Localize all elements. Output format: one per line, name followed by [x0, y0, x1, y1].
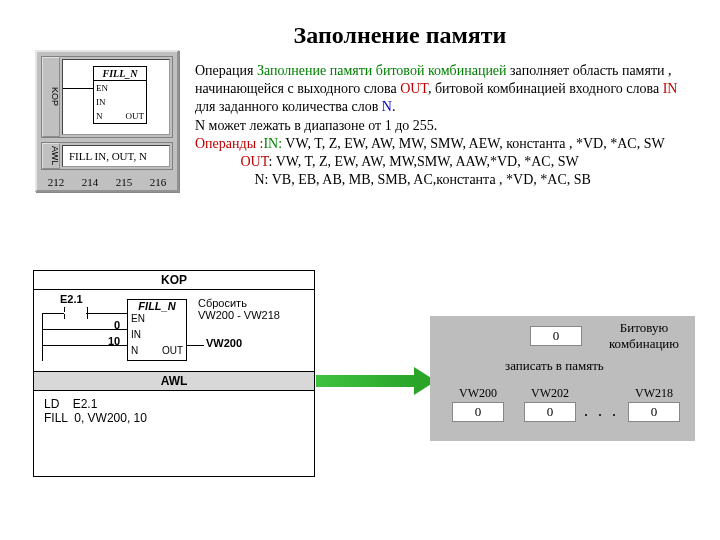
text-blue: N — [382, 99, 392, 114]
ruler-tick: 216 — [150, 176, 167, 188]
reset-label: Сбросить — [198, 297, 247, 309]
n-value: 10 — [108, 335, 120, 347]
kop-canvas: FILL_N EN IN N OUT — [62, 59, 170, 135]
ruler-tick: 215 — [116, 176, 133, 188]
arrow-icon — [316, 365, 436, 395]
pin-out: OUT — [162, 345, 183, 356]
mem-cell-1: 0 — [524, 402, 576, 422]
text: N: VB, EB, AB, MB, SMB, AC,константа , *… — [255, 172, 591, 187]
pin-in: IN — [96, 97, 106, 107]
mem-dots: . . . — [584, 402, 619, 420]
awl-pane: AWL FILL IN, OUT, N — [41, 142, 173, 170]
code-pane: KOP E2.1 FILL_N EN IN N OUT 0 10 VW200 С… — [33, 270, 315, 477]
text: . — [392, 99, 396, 114]
mem-label-0: VW200 — [452, 386, 504, 401]
pin-out: OUT — [126, 111, 145, 121]
mem-cell-0: 0 — [452, 402, 504, 422]
ruler-tick: 214 — [82, 176, 99, 188]
reset-range: VW200 - VW218 — [198, 309, 280, 321]
text-green: IN: — [263, 136, 282, 151]
text: N может лежать в диапазоне от 1 до 255. — [195, 118, 437, 133]
mem-label-1: VW202 — [524, 386, 576, 401]
memory-block: Битовую комбинацию 0 записать в память V… — [430, 316, 695, 441]
pin-n: N — [96, 111, 103, 121]
out-value: VW200 — [206, 337, 242, 349]
mem-caption-2: записать в память — [505, 358, 604, 374]
awl-line: FILL IN, OUT, N — [62, 145, 170, 167]
kop-title: KOP — [34, 271, 314, 290]
awl-title: AWL — [34, 372, 314, 391]
fill-block-2-name: FILL_N — [128, 300, 186, 312]
contact-label: E2.1 — [60, 293, 83, 305]
fill-block-2: FILL_N EN IN N OUT — [127, 299, 187, 361]
awl-row: AWL LD E2.1 FILL 0, VW200, 10 — [34, 371, 314, 472]
kop-tab: KOP — [42, 57, 60, 137]
pin-n: N — [131, 345, 138, 356]
ladder-diagram: E2.1 FILL_N EN IN N OUT 0 10 VW200 Сброс… — [42, 293, 302, 365]
text-red: OUT — [400, 81, 428, 96]
text-red: IN — [663, 81, 678, 96]
fill-block: FILL_N EN IN N OUT — [93, 66, 147, 124]
awl-tab: AWL — [42, 143, 60, 169]
mem-caption-1: Битовую комбинацию — [596, 320, 692, 352]
ruler-tick: 212 — [48, 176, 65, 188]
text-green: Заполнение памяти битовой комбинацией — [257, 63, 507, 78]
kop-pane: KOP FILL_N EN IN N OUT — [41, 56, 173, 138]
kop-row: KOP E2.1 FILL_N EN IN N OUT 0 10 VW200 С… — [34, 271, 314, 371]
text: VW, T, Z, EW, AW, MW, SMW, AEW, констант… — [282, 136, 665, 151]
pin-in: IN — [131, 329, 141, 340]
fill-block-name: FILL_N — [94, 67, 146, 81]
page-title: Заполнение памяти — [200, 22, 600, 49]
pin-en: EN — [131, 313, 145, 324]
text-red: Операнды : — [195, 136, 263, 151]
text: Операция — [195, 63, 257, 78]
text-red: OUT — [241, 154, 269, 169]
tool-block: KOP FILL_N EN IN N OUT AWL FILL IN, OUT,… — [35, 50, 179, 192]
description: Операция Заполнение памяти битовой комби… — [195, 62, 695, 189]
text: для заданного количества слов — [195, 99, 382, 114]
pin-en: EN — [96, 83, 108, 93]
mem-bitpattern: 0 — [530, 326, 582, 346]
awl-code: LD E2.1 FILL 0, VW200, 10 — [34, 391, 314, 431]
text: : VW, T, Z, EW, AW, MW,SMW, AAW,*VD, *AC… — [269, 154, 579, 169]
text: , битовой комбинацией входного слова — [428, 81, 663, 96]
mem-cell-2: 0 — [628, 402, 680, 422]
tool-ruler: 212 214 215 216 — [37, 174, 177, 190]
mem-label-2: VW218 — [628, 386, 680, 401]
in-value: 0 — [114, 319, 120, 331]
